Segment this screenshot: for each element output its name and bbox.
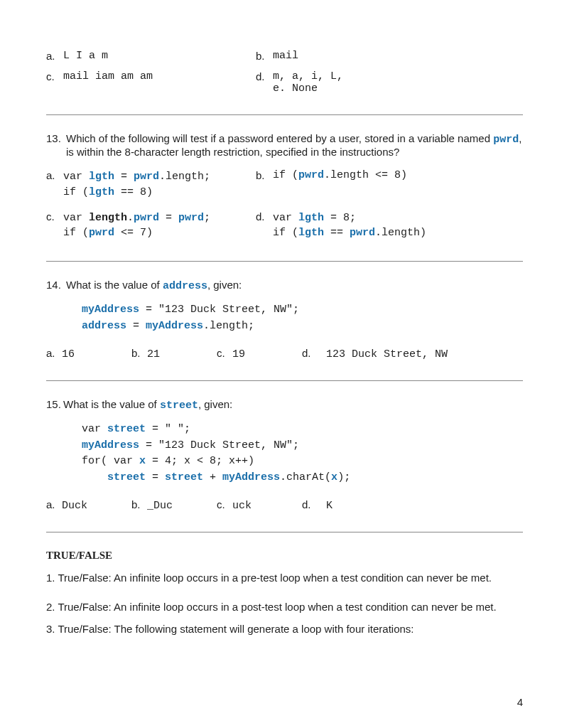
opt-value-line: m, a, i, L, xyxy=(273,70,343,82)
opt-value-line: e. None xyxy=(273,82,343,95)
tf-item: 1. True/False: An infinite loop occurs i… xyxy=(46,572,523,584)
opt-value: uck xyxy=(232,500,252,512)
question-15-options: a. Duck b. _Duc c. uck d. K xyxy=(46,498,523,512)
question-12-options: a. L I a m b. mail c. mail iam am am d. … xyxy=(46,50,523,95)
question-13-options: a. var lgth = pwrd.length; if (lgth == 8… xyxy=(46,169,523,241)
opt-code: if (pwrd.length <= 8) xyxy=(273,169,407,181)
opt-label: b. xyxy=(131,498,147,510)
opt-label: c. xyxy=(46,70,63,95)
opt-label: d. xyxy=(256,210,273,223)
opt-label: a. xyxy=(46,50,63,62)
code-keyword: address xyxy=(163,280,207,292)
question-number: 15. xyxy=(46,398,63,412)
opt-value: Duck xyxy=(62,500,87,512)
question-14: 14. What is the value of address, given: xyxy=(46,279,523,292)
question-number: 14. xyxy=(46,279,66,292)
question-text: What is the value of address, given: xyxy=(66,279,523,292)
opt-label: b. xyxy=(256,169,273,181)
section-title: TRUE/FALSE xyxy=(46,550,523,562)
question-text: Which of the following will test if a pa… xyxy=(66,132,523,158)
opt-label: c. xyxy=(46,210,63,223)
opt-label: d. xyxy=(256,70,273,95)
question-14-options: a. 16 b. 21 c. 19 d. 123 Duck Street, NW xyxy=(46,347,523,360)
opt-label: d. xyxy=(302,347,326,359)
code-keyword: street xyxy=(160,400,198,412)
opt-code: var length.pwrd = pwrd; if (pwrd <= 7) xyxy=(63,210,210,242)
question-text: What is the value of street, given: xyxy=(63,398,523,412)
divider xyxy=(46,114,523,115)
opt-value: L I a m xyxy=(63,50,108,62)
opt-label: a. xyxy=(46,169,63,181)
opt-label: c. xyxy=(217,347,232,359)
opt-value: m, a, i, L, e. None xyxy=(273,70,343,95)
code-block: var street = " "; myAddress = "123 Duck … xyxy=(82,422,523,486)
opt-value: mail iam am am xyxy=(63,70,153,95)
opt-label: d. xyxy=(302,498,326,510)
divider xyxy=(46,261,523,262)
opt-label: a. xyxy=(46,498,62,510)
code-block: myAddress = "123 Duck Street, NW"; addre… xyxy=(82,302,523,334)
opt-code: var lgth = pwrd.length; if (lgth == 8) xyxy=(63,169,210,200)
question-15: 15. What is the value of street, given: xyxy=(46,398,523,412)
question-number: 13. xyxy=(46,132,66,158)
opt-value: K xyxy=(326,500,333,512)
opt-label: b. xyxy=(256,50,273,62)
opt-label: a. xyxy=(46,347,62,359)
opt-value: _Duc xyxy=(147,500,173,512)
opt-code: var lgth = 8; if (lgth == pwrd.length) xyxy=(273,210,426,242)
tf-item: 2. True/False: An infinite loop occurs i… xyxy=(46,601,523,613)
text: Which of the following will test if a pa… xyxy=(66,132,493,144)
opt-value: mail xyxy=(273,50,298,62)
divider xyxy=(46,532,523,532)
opt-label: b. xyxy=(131,347,147,359)
code-keyword: pwrd xyxy=(493,134,519,146)
opt-value: 21 xyxy=(147,348,160,360)
divider xyxy=(46,380,523,381)
opt-value: 123 Duck Street, NW xyxy=(326,348,448,360)
opt-label: c. xyxy=(217,498,232,510)
tf-item: 3. True/False: The following statement w… xyxy=(46,623,523,635)
opt-value: 16 xyxy=(62,348,75,360)
question-13: 13. Which of the following will test if … xyxy=(46,132,523,158)
opt-value: 19 xyxy=(232,348,245,360)
page-number: 4 xyxy=(517,696,523,708)
